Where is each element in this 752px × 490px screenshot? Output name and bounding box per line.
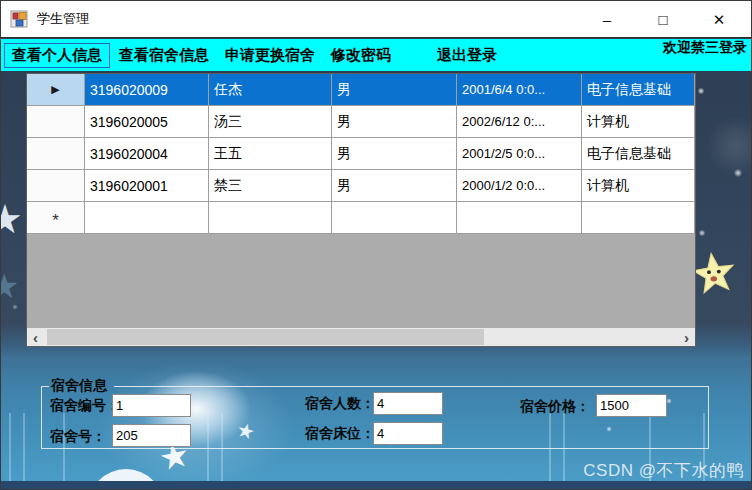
dorm-info-groupbox: 宿舍信息 宿舍编号： 宿舍号： 宿舍人数： 宿舍床位： 宿舍价格： xyxy=(41,386,709,449)
menu-item-apply-change-dorm[interactable]: 申请更换宿舍 xyxy=(218,44,322,67)
groupbox-border xyxy=(114,386,708,387)
cell-name[interactable]: 任杰 xyxy=(209,74,332,106)
window-title: 学生管理 xyxy=(37,10,89,28)
cell-gender[interactable] xyxy=(332,202,457,234)
cell-gender[interactable]: 男 xyxy=(332,74,457,106)
row-header-cell[interactable]: ▶ xyxy=(27,74,85,106)
menu-item-logout[interactable]: 退出登录 xyxy=(430,44,504,67)
cell-major[interactable] xyxy=(582,202,695,234)
star-icon: ★ xyxy=(0,199,23,239)
light-streak xyxy=(9,413,11,484)
table-row-new[interactable]: * xyxy=(27,202,695,234)
dorm-number-input[interactable] xyxy=(112,394,191,417)
dorm-room-label: 宿舍号： xyxy=(50,428,106,446)
cell-student-id[interactable]: 3196020005 xyxy=(85,106,209,138)
horizontal-scrollbar[interactable]: ‹ › xyxy=(27,328,695,346)
row-header-cell[interactable] xyxy=(27,170,85,202)
bottom-border-strip xyxy=(1,481,751,489)
cell-name[interactable]: 汤三 xyxy=(209,106,332,138)
star-icon: ★ xyxy=(0,269,19,303)
cell-birth-date[interactable]: 2001/2/5 0:0... xyxy=(457,138,582,170)
new-row-icon: * xyxy=(52,211,59,231)
dorm-price-input[interactable] xyxy=(596,394,667,417)
cell-birth-date[interactable]: 2000/1/2 0:0... xyxy=(457,170,582,202)
menu-item-change-password[interactable]: 修改密码 xyxy=(324,44,398,67)
cell-name[interactable]: 禁三 xyxy=(209,170,332,202)
cell-major[interactable]: 电子信息基础 xyxy=(582,138,695,170)
cell-birth-date[interactable]: 2002/6/12 0:... xyxy=(457,106,582,138)
cell-major[interactable]: 电子信息基础 xyxy=(582,74,695,106)
groupbox-title: 宿舍信息 xyxy=(51,378,107,392)
minimize-button[interactable]: – xyxy=(579,1,635,38)
cell-major[interactable]: 计算机 xyxy=(582,170,695,202)
dorm-beds-input[interactable] xyxy=(373,422,443,445)
student-data-grid: ▶ 3196020009 任杰 男 2001/6/4 0:0... 电子信息基础… xyxy=(26,73,696,347)
dorm-occupancy-input[interactable] xyxy=(373,392,443,415)
current-row-icon: ▶ xyxy=(51,83,59,96)
cell-birth-date[interactable] xyxy=(457,202,582,234)
maximize-button[interactable]: □ xyxy=(635,1,691,38)
menu-item-view-personal-info[interactable]: 查看个人信息 xyxy=(4,43,110,68)
cell-gender[interactable]: 男 xyxy=(332,170,457,202)
scroll-left-icon[interactable]: ‹ xyxy=(27,328,44,346)
csdn-watermark: CSDN @不下水的鸭 xyxy=(583,459,744,482)
window-controls: – □ ✕ xyxy=(579,1,747,38)
app-window: ★ ★ ★ ★ 学生管理 – □ ✕ 查看个人信息 查看宿舍信息 申请更换宿舍 … xyxy=(0,0,752,490)
cell-birth-date[interactable]: 2001/6/4 0:0... xyxy=(457,74,582,106)
cell-student-id[interactable]: 3196020001 xyxy=(85,170,209,202)
row-header-cell[interactable] xyxy=(27,138,85,170)
dorm-room-input[interactable] xyxy=(112,424,191,447)
dorm-price-label: 宿舍价格： xyxy=(520,398,590,416)
light-streak xyxy=(23,413,25,484)
title-bar: 学生管理 – □ ✕ xyxy=(1,1,751,38)
table-row[interactable]: 3196020004 王五 男 2001/2/5 0:0... 电子信息基础 xyxy=(27,138,695,170)
scrollbar-thumb[interactable] xyxy=(47,329,484,345)
app-icon xyxy=(10,10,28,28)
smiling-star-icon xyxy=(691,251,737,303)
cell-major[interactable]: 计算机 xyxy=(582,106,695,138)
cell-student-id[interactable] xyxy=(85,202,209,234)
dorm-number-label: 宿舍编号： xyxy=(50,397,120,415)
cell-student-id[interactable]: 3196020004 xyxy=(85,138,209,170)
cell-gender[interactable]: 男 xyxy=(332,106,457,138)
menu-item-view-dorm-info[interactable]: 查看宿舍信息 xyxy=(112,44,216,67)
cell-name[interactable]: 王五 xyxy=(209,138,332,170)
close-button[interactable]: ✕ xyxy=(691,1,747,38)
table-row[interactable]: ▶ 3196020009 任杰 男 2001/6/4 0:0... 电子信息基础 xyxy=(27,74,695,106)
cell-gender[interactable]: 男 xyxy=(332,138,457,170)
table-row[interactable]: 3196020005 汤三 男 2002/6/12 0:... 计算机 xyxy=(27,106,695,138)
cell-name[interactable] xyxy=(209,202,332,234)
table-row[interactable]: 3196020001 禁三 男 2000/1/2 0:0... 计算机 xyxy=(27,170,695,202)
dorm-occupancy-label: 宿舍人数： xyxy=(305,395,375,413)
scroll-right-icon[interactable]: › xyxy=(678,328,695,346)
row-header-cell[interactable]: * xyxy=(27,202,85,234)
cell-student-id[interactable]: 3196020009 xyxy=(85,74,209,106)
menu-bar: 查看个人信息 查看宿舍信息 申请更换宿舍 修改密码 退出登录 欢迎禁三登录 xyxy=(1,39,751,71)
welcome-label: 欢迎禁三登录 xyxy=(663,39,747,57)
dorm-beds-label: 宿舍床位： xyxy=(305,425,375,443)
groupbox-border xyxy=(42,386,49,387)
row-header-cell[interactable] xyxy=(27,106,85,138)
